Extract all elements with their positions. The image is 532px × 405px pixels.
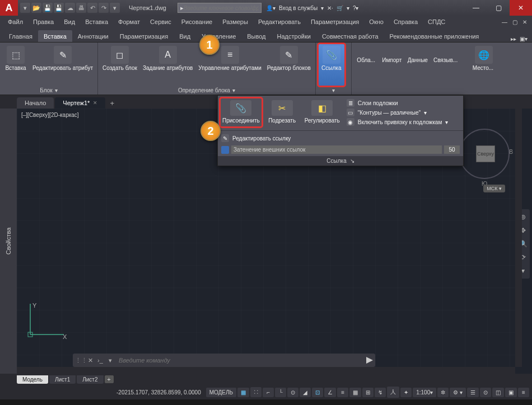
clip-button[interactable]: ✂ Подрезать bbox=[264, 98, 300, 127]
viewcube-face[interactable]: Сверху bbox=[476, 145, 495, 162]
panel-launcher-icon[interactable]: ↘ bbox=[350, 158, 354, 164]
exchange-icon[interactable]: ✕· bbox=[327, 5, 333, 11]
iso-button[interactable]: ◢ bbox=[300, 388, 311, 397]
doc-tab-current[interactable]: Чертеж1*✕ bbox=[55, 97, 105, 109]
v-scrollbar[interactable] bbox=[515, 109, 522, 367]
osnap-button[interactable]: ⊡ bbox=[312, 388, 323, 397]
menu-parametric[interactable]: Параметризация bbox=[306, 17, 363, 26]
viewcube-east[interactable]: В bbox=[509, 149, 513, 155]
lineweight-button[interactable]: ≡ bbox=[337, 388, 348, 397]
tab-collab[interactable]: Совместная работа bbox=[316, 30, 384, 42]
ortho-button[interactable]: └ bbox=[275, 388, 286, 397]
edit-reference-button[interactable]: ✎ Редактировать ссылку bbox=[218, 132, 463, 144]
gizmo-button[interactable]: ✦ bbox=[400, 388, 412, 397]
qat-undo-icon[interactable]: ↶ bbox=[87, 3, 97, 13]
tab-home[interactable]: Главная bbox=[3, 30, 38, 42]
help-icon[interactable]: ?▾ bbox=[353, 5, 359, 11]
account-label[interactable]: Вход в службы bbox=[279, 5, 318, 11]
menu-insert[interactable]: Вставка bbox=[81, 17, 113, 26]
tab-featured[interactable]: Рекомендованные приложения bbox=[384, 30, 485, 42]
properties-panel-tab[interactable]: Свойства bbox=[0, 109, 17, 374]
tab-close-icon[interactable]: ✕ bbox=[93, 100, 97, 106]
annoscale-button[interactable]: ✲ bbox=[437, 388, 449, 397]
cloud-button[interactable]: Обла... bbox=[354, 44, 379, 92]
fade-slider[interactable]: Затенение внешних ссылок bbox=[231, 145, 442, 154]
tab-view[interactable]: Вид bbox=[174, 30, 196, 42]
edit-attribute-button[interactable]: ✎ Редактировать атрибут bbox=[30, 44, 95, 86]
polar-button[interactable]: ⊙ bbox=[287, 388, 298, 397]
block-editor-button[interactable]: ✎Редактор блоков bbox=[265, 44, 313, 86]
customize-button[interactable]: ≡ bbox=[518, 388, 529, 397]
menu-draw[interactable]: Рисование bbox=[177, 17, 217, 26]
filter-button[interactable]: 人 bbox=[387, 387, 399, 398]
mdi-restore-icon[interactable]: ▢ bbox=[511, 19, 519, 25]
cart-icon[interactable]: 🛒 bbox=[337, 5, 343, 11]
close-button[interactable]: ✕ bbox=[510, 0, 532, 16]
viewcube[interactable]: Сверху Ю В З bbox=[459, 129, 510, 179]
tab-insert[interactable]: Вставка bbox=[38, 30, 72, 42]
mdi-close-icon[interactable]: ✕ bbox=[521, 19, 529, 25]
layout-tab-sheet2[interactable]: Лист2 bbox=[77, 375, 103, 384]
grid-button[interactable]: ▦ bbox=[237, 388, 249, 397]
menu-spds[interactable]: СПДС bbox=[423, 17, 450, 26]
cycling-button[interactable]: ⊞ bbox=[362, 388, 374, 397]
tab-output[interactable]: Вывод bbox=[241, 30, 271, 42]
isolate-button[interactable]: ◫ bbox=[492, 388, 504, 397]
menu-file[interactable]: Файл bbox=[3, 17, 27, 26]
frames-button[interactable]: ▭"Контуры — различные"▾ bbox=[347, 109, 459, 116]
viewport-label[interactable]: [–][Сверху][2D-каркас] bbox=[21, 112, 79, 118]
cmd-expand-icon[interactable] bbox=[366, 357, 373, 364]
help-chevron-icon[interactable]: ▾ bbox=[347, 5, 349, 11]
location-button[interactable]: 🌐Место... bbox=[470, 44, 497, 92]
cmd-close-icon[interactable]: ✕ bbox=[85, 357, 95, 364]
command-input[interactable] bbox=[115, 357, 364, 364]
doc-tab-start[interactable]: Начало bbox=[17, 97, 54, 109]
import-button[interactable]: Импорт bbox=[380, 44, 404, 92]
dropdown-footer[interactable]: Ссылка↘ bbox=[218, 156, 463, 166]
menu-service[interactable]: Сервис bbox=[146, 17, 176, 26]
link-button[interactable]: Связыв... bbox=[431, 44, 460, 92]
mdi-minimize-icon[interactable]: — bbox=[501, 19, 508, 25]
qat-save-icon[interactable]: 💾 bbox=[43, 3, 53, 13]
scale-button[interactable]: 1:100 ▾ bbox=[413, 388, 436, 397]
qat-saveas-icon[interactable]: 💾 bbox=[54, 3, 64, 13]
account-chevron-icon[interactable]: ▾ bbox=[321, 5, 324, 11]
tab-parametric[interactable]: Параметризация bbox=[114, 30, 174, 42]
qat-redo-icon[interactable]: ↷ bbox=[99, 3, 109, 13]
infer-button[interactable]: ⌐ bbox=[263, 388, 274, 397]
menu-dimensions[interactable]: Размеры bbox=[218, 17, 253, 26]
qat-plot-icon[interactable]: 🖶 bbox=[76, 3, 86, 13]
ribbon-collapse-icon[interactable]: ▣▾ bbox=[520, 36, 528, 42]
maximize-button[interactable]: ▢ bbox=[487, 0, 510, 16]
minimize-button[interactable]: — bbox=[465, 0, 487, 16]
workspace-button[interactable]: ⚙ ▾ bbox=[450, 388, 466, 397]
menu-modify[interactable]: Редактировать bbox=[254, 17, 305, 26]
snap-underlay-button[interactable]: ◉Включить привязку к подложкам▾ bbox=[347, 118, 459, 126]
qat-more-icon[interactable]: ▾ bbox=[110, 3, 120, 13]
search-box[interactable]: ▸ bbox=[178, 3, 262, 13]
layout-tab-sheet1[interactable]: Лист1 bbox=[49, 375, 76, 384]
hwaccel-button[interactable]: ⊙ bbox=[480, 388, 491, 397]
cleanscreen-button[interactable]: ▣ bbox=[505, 388, 517, 397]
model-space-button[interactable]: МОДЕЛЬ bbox=[206, 388, 236, 397]
add-layout-button[interactable]: + bbox=[105, 375, 114, 383]
layout-tab-model[interactable]: Модель bbox=[17, 375, 48, 384]
qat-open-icon[interactable]: 📂 bbox=[31, 3, 41, 13]
transparency-button[interactable]: ▦ bbox=[349, 388, 361, 397]
search-input[interactable] bbox=[184, 5, 259, 11]
reference-button[interactable]: 📎 Ссылка bbox=[318, 44, 345, 86]
panel-block-def-title[interactable]: Определение блока▾ bbox=[100, 86, 313, 95]
cmd-chevron-icon[interactable]: ▾ bbox=[105, 357, 115, 364]
adjust-button[interactable]: ◧ Регулировать bbox=[302, 98, 342, 127]
panel-reference-title[interactable]: ▾ bbox=[318, 86, 349, 95]
tab-addins[interactable]: Надстройки bbox=[272, 30, 316, 42]
cmd-handle-icon[interactable]: ⋮⋮ bbox=[75, 357, 85, 364]
dynucs-button[interactable]: ↯ bbox=[375, 388, 386, 397]
underlay-layers-button[interactable]: ≣Слои подложки bbox=[347, 99, 459, 107]
annomon-button[interactable]: ☰ bbox=[467, 388, 479, 397]
data-button[interactable]: Данные bbox=[405, 44, 430, 92]
menu-help[interactable]: Справка bbox=[389, 17, 422, 26]
menu-edit[interactable]: Правка bbox=[29, 17, 58, 26]
menu-format[interactable]: Формат bbox=[114, 17, 144, 26]
command-line[interactable]: ⋮⋮ ✕ ›_ ▾ bbox=[73, 354, 375, 367]
